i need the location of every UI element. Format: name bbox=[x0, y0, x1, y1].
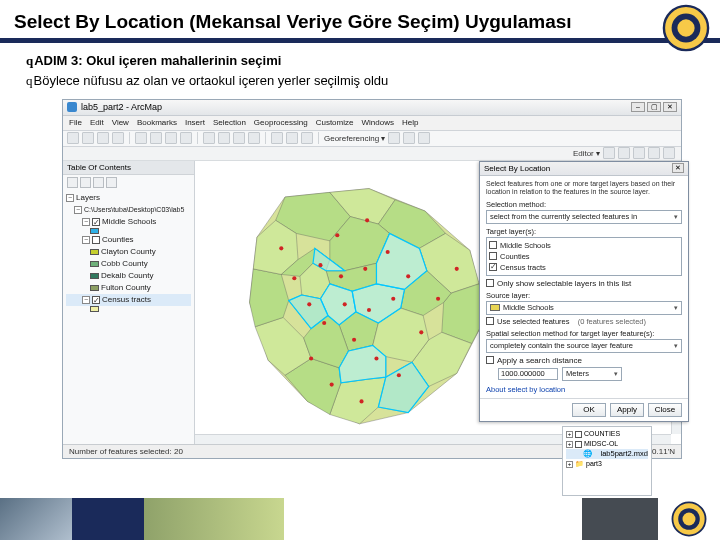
selection-method-dropdown[interactable]: select from the currently selected featu… bbox=[486, 210, 682, 224]
layer-checkbox[interactable] bbox=[92, 218, 100, 226]
symbol-swatch[interactable] bbox=[90, 261, 99, 267]
menu-windows[interactable]: Windows bbox=[361, 118, 393, 127]
catalog-checkbox[interactable] bbox=[575, 441, 582, 448]
menu-help[interactable]: Help bbox=[402, 118, 418, 127]
menu-selection[interactable]: Selection bbox=[213, 118, 246, 127]
tool-button[interactable] bbox=[218, 132, 230, 144]
tool-button[interactable] bbox=[165, 132, 177, 144]
symbol-swatch[interactable] bbox=[90, 249, 99, 255]
search-distance-label: Apply a search distance bbox=[497, 356, 582, 365]
expander-icon[interactable]: − bbox=[82, 296, 90, 304]
menu-bookmarks[interactable]: Bookmarks bbox=[137, 118, 177, 127]
tool-button[interactable] bbox=[180, 132, 192, 144]
tool-button[interactable] bbox=[203, 132, 215, 144]
title-underline bbox=[0, 38, 720, 43]
toc-tree: −Layers −C:\Users\tuba\Desktop\C03\lab5 … bbox=[63, 190, 194, 314]
toc-view-icon[interactable] bbox=[106, 177, 117, 188]
tool-button[interactable] bbox=[271, 132, 283, 144]
target-checkbox[interactable] bbox=[489, 263, 497, 271]
source-layer-dropdown[interactable]: Middle Schools▾ bbox=[486, 301, 682, 315]
svg-point-19 bbox=[436, 296, 440, 300]
target-item[interactable]: Middle Schools bbox=[500, 241, 551, 250]
dialog-close-button[interactable]: ✕ bbox=[672, 163, 684, 173]
menu-edit[interactable]: Edit bbox=[90, 118, 104, 127]
expander-icon[interactable]: − bbox=[82, 236, 90, 244]
tool-button[interactable] bbox=[418, 132, 430, 144]
tool-button[interactable] bbox=[403, 132, 415, 144]
menu-file[interactable]: File bbox=[69, 118, 82, 127]
editor-dropdown[interactable]: Editor ▾ bbox=[573, 149, 600, 158]
toc-view-icon[interactable] bbox=[80, 177, 91, 188]
tool-button[interactable] bbox=[82, 132, 94, 144]
target-item[interactable]: Counties bbox=[500, 252, 530, 261]
toc-dataset[interactable]: C:\Users\tuba\Desktop\C03\lab5 bbox=[84, 204, 184, 216]
svg-point-28 bbox=[683, 513, 696, 526]
footer-image-2 bbox=[144, 498, 284, 540]
layer-checkbox[interactable] bbox=[92, 236, 100, 244]
only-selectable-checkbox[interactable] bbox=[486, 279, 494, 287]
georeferencing-dropdown[interactable]: Georeferencing ▾ bbox=[324, 134, 385, 143]
search-distance-checkbox[interactable] bbox=[486, 356, 494, 364]
source-swatch-icon bbox=[490, 304, 500, 311]
catalog-item[interactable]: lab5part2.mxd bbox=[600, 449, 648, 459]
menu-customize[interactable]: Customize bbox=[316, 118, 354, 127]
expander-icon[interactable]: − bbox=[82, 218, 90, 226]
expander-icon[interactable]: + bbox=[566, 461, 573, 468]
folder-icon: 📁 bbox=[575, 459, 584, 469]
use-selected-checkbox[interactable] bbox=[486, 317, 494, 325]
expander-icon[interactable]: − bbox=[66, 194, 74, 202]
maximize-button[interactable]: ▢ bbox=[647, 102, 661, 112]
catalog-item[interactable]: MIDSC-OL bbox=[584, 439, 618, 449]
tool-button[interactable] bbox=[112, 132, 124, 144]
layer-counties[interactable]: Counties bbox=[102, 234, 134, 246]
tool-button[interactable] bbox=[97, 132, 109, 144]
symbol-swatch[interactable] bbox=[90, 273, 99, 279]
expander-icon[interactable]: − bbox=[74, 206, 82, 214]
toc-view-icon[interactable] bbox=[67, 177, 78, 188]
tool-button[interactable] bbox=[150, 132, 162, 144]
svg-point-8 bbox=[391, 296, 395, 300]
tool-button[interactable] bbox=[301, 132, 313, 144]
expander-icon[interactable]: + bbox=[566, 431, 573, 438]
spatial-method-dropdown[interactable]: completely contain the source layer feat… bbox=[486, 339, 682, 353]
slide-root: Select By Location (Mekansal Veriye Göre… bbox=[0, 0, 720, 540]
tool-button[interactable] bbox=[663, 147, 675, 159]
menu-insert[interactable]: Insert bbox=[185, 118, 205, 127]
tool-button[interactable] bbox=[67, 132, 79, 144]
toc-view-icon[interactable] bbox=[93, 177, 104, 188]
search-distance-input[interactable]: 1000.000000 bbox=[498, 368, 558, 380]
minimize-button[interactable]: – bbox=[631, 102, 645, 112]
tool-button[interactable] bbox=[648, 147, 660, 159]
menu-geoprocessing[interactable]: Geoprocessing bbox=[254, 118, 308, 127]
search-distance-unit-dropdown[interactable]: Meters▾ bbox=[562, 367, 622, 381]
menu-view[interactable]: View bbox=[112, 118, 129, 127]
tool-button[interactable] bbox=[233, 132, 245, 144]
dialog-title: Select By Location bbox=[484, 164, 550, 173]
layer-census-tracts[interactable]: Census tracts bbox=[102, 294, 151, 306]
tool-button[interactable] bbox=[248, 132, 260, 144]
tool-button[interactable] bbox=[618, 147, 630, 159]
close-dialog-button[interactable]: Close bbox=[648, 403, 682, 417]
target-checkbox[interactable] bbox=[489, 241, 497, 249]
toc-layers-root[interactable]: Layers bbox=[76, 192, 100, 204]
tool-button[interactable] bbox=[286, 132, 298, 144]
target-item[interactable]: Census tracts bbox=[500, 263, 546, 272]
symbol-swatch[interactable] bbox=[90, 285, 99, 291]
tool-button[interactable] bbox=[633, 147, 645, 159]
help-link[interactable]: About select by location bbox=[486, 385, 565, 394]
ok-button[interactable]: OK bbox=[572, 403, 606, 417]
apply-button[interactable]: Apply bbox=[610, 403, 644, 417]
tool-button[interactable] bbox=[388, 132, 400, 144]
toolbar-separator bbox=[129, 132, 130, 144]
close-button[interactable]: ✕ bbox=[663, 102, 677, 112]
layer-checkbox[interactable] bbox=[92, 296, 100, 304]
catalog-item[interactable]: COUNTIES bbox=[584, 429, 620, 439]
tool-button[interactable] bbox=[603, 147, 615, 159]
target-checkbox[interactable] bbox=[489, 252, 497, 260]
layer-middle-schools[interactable]: Middle Schools bbox=[102, 216, 156, 228]
catalog-item[interactable]: part3 bbox=[586, 459, 602, 469]
dialog-titlebar[interactable]: Select By Location ✕ bbox=[480, 162, 688, 176]
catalog-checkbox[interactable] bbox=[575, 431, 582, 438]
tool-button[interactable] bbox=[135, 132, 147, 144]
expander-icon[interactable]: + bbox=[566, 441, 573, 448]
